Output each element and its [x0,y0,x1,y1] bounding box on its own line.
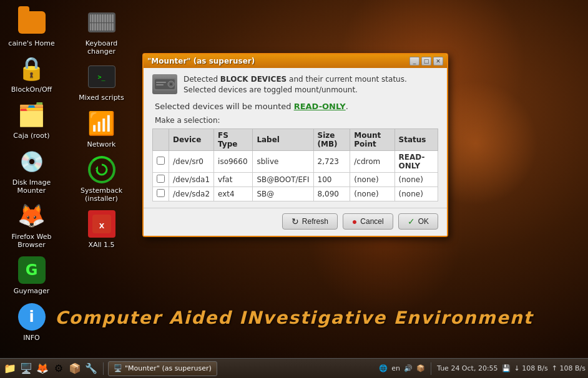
svg-rect-8 [156,84,164,85]
device-checkbox-sr0[interactable] [157,157,165,165]
icon-guymager[interactable]: G Guymager [5,253,58,298]
dialog-maximize-button[interactable]: □ [421,57,431,65]
taskbar-net-down: ↓ 108 B/s [514,364,548,372]
col-header-device: Device [169,128,214,150]
row-check-cell [153,172,169,187]
icon-label-network: Network [87,140,116,148]
refresh-label: Refresh [302,217,328,226]
keyboard-icon [88,12,115,32]
fstype-cell: vfat [214,172,253,187]
table-row: /dev/sda1 vfat SB@BOOT/EFI 100 (none) (n… [153,172,438,187]
icon-keyboard-changer[interactable]: Keyboard changer [75,5,128,58]
icon-label-mixed-scripts: Mixed scripts [79,94,124,102]
ok-button[interactable]: ✓ OK [398,213,438,230]
caine-title: Computer Aided INvestigative Environment [0,308,588,328]
status-cell: READ-ONLY [394,150,438,172]
svg-text:X: X [99,222,104,230]
taskbar-icon-2[interactable]: 🖥️ [19,361,34,376]
row-check-cell [153,187,169,201]
taskbar-icon-5[interactable]: 📦 [67,361,82,376]
taskbar-window-label: "Mounter" (as superuser) [125,364,212,372]
readonly-prefix: Selected devices will be mounted [155,102,294,111]
label-cell: SB@ [253,187,313,201]
firefox-icon: 🦊 [17,203,46,229]
dialog-minimize-button[interactable]: _ [409,57,419,65]
taskbar-volume-icon: 🔊 [404,364,413,372]
size-cell: 8,090 [313,187,350,201]
taskbar-window-icon: 🖥️ [114,364,122,372]
table-row: /dev/sr0 iso9660 sblive 2,723 /cdrom REA… [153,150,438,172]
icon-label-disk-image: Disk ImageMounter [12,178,51,195]
taskbar-network-icon: 🌐 [379,364,388,372]
device-cell: /dev/sda1 [169,172,214,187]
taskbar-app-icons: 📁 🖥️ 🦊 ⚙️ 📦 🔧 [2,361,99,376]
caja-icon: 🗂️ [17,102,46,128]
dialog-title: "Mounter" (as superuser) [147,57,255,65]
taskbar-icon-1[interactable]: 📁 [2,361,17,376]
dialog-header: Detected BLOCK DEVICES and their current… [152,74,438,95]
cancel-button[interactable]: ● Cancel [343,213,393,230]
device-checkbox-sda2[interactable] [157,189,165,197]
desktop: caine's Home 🔒 BlockOn/Off 🗂️ Caja (root… [0,0,588,378]
readonly-suffix: . [346,102,348,111]
svg-rect-7 [156,82,166,83]
lock-icon: 🔒 [17,56,46,82]
taskbar-icon-3[interactable]: 🦊 [35,361,50,376]
col-header-fstype: FS Type [214,128,253,150]
icon-caines-home[interactable]: caine's Home [5,5,58,50]
taskbar-separator-1 [103,362,104,375]
readonly-notice: Selected devices will be mounted READ-ON… [152,102,438,111]
icon-blockonoff[interactable]: 🔒 BlockOn/Off [5,51,58,96]
icon-label-caines-home: caine's Home [8,39,54,47]
status-cell: (none) [394,187,438,201]
device-cell: /dev/sr0 [169,150,214,172]
terminal-icon: >_ [88,65,115,88]
hdd-icon [152,74,177,94]
refresh-button[interactable]: ↻ Refresh [282,213,338,230]
cancel-label: Cancel [360,217,383,226]
table-row: /dev/sda2 ext4 SB@ 8,090 (none) (none) [153,187,438,201]
icon-label-blockonoff: BlockOn/Off [11,85,52,94]
fstype-cell: ext4 [214,187,253,201]
taskbar-icon-4[interactable]: ⚙️ [51,361,66,376]
device-checkbox-sda1[interactable] [157,175,165,183]
taskbar-lang: en [391,364,400,372]
mount-cell: /cdrom [350,150,394,172]
mount-cell: (none) [350,172,394,187]
taskbar-window-button[interactable]: 🖥️ "Mounter" (as superuser) [108,361,217,376]
mount-cell: (none) [350,187,394,201]
icon-label-systemback: Systemback(installer) [81,187,122,203]
dialog-content: Detected BLOCK DEVICES and their current… [144,68,447,208]
disk-icon: 💿 [19,150,44,173]
device-cell: /dev/sda2 [169,187,214,201]
col-header-check [153,128,169,150]
device-table: Device FS Type Label Size (MB) Mount Poi… [152,128,438,201]
icon-network[interactable]: 📶 Network [75,106,128,151]
svg-point-6 [170,83,172,85]
ok-label: OK [418,217,429,226]
dialog-titlebar: "Mounter" (as superuser) _ □ ✕ [144,54,447,68]
cancel-icon: ● [352,216,357,226]
taskbar-icon-6[interactable]: 🔧 [84,361,99,376]
taskbar-datetime: Tue 24 Oct, 20:55 [437,364,498,372]
icon-firefox[interactable]: 🦊 Firefox WebBrowser [5,198,58,251]
readonly-link: READ-ONLY [294,102,346,111]
icon-systemback[interactable]: Systemback(installer) [75,152,128,205]
icon-mixed-scripts[interactable]: >_ Mixed scripts [75,59,128,104]
desc-line2: Selected devices are toggled mount/unmou… [184,85,407,95]
status-cell: (none) [394,172,438,187]
ok-icon: ✓ [408,216,415,226]
icon-xall[interactable]: X XAll 1.5 [75,206,128,251]
icon-caja-root[interactable]: 🗂️ Caja (root) [5,97,58,142]
label-cell: sblive [253,150,313,172]
col-header-mount: Mount Point [350,128,394,150]
desc-suffix: and their current mount status. [287,75,407,84]
icon-label-caja: Caja (root) [13,132,49,140]
systemback-icon [88,156,115,183]
dialog-footer: ↻ Refresh ● Cancel ✓ OK [144,208,447,236]
taskbar-separator-2 [431,362,431,375]
label-cell: SB@BOOT/EFI [253,172,313,187]
col-header-status: Status [394,128,438,150]
dialog-close-button[interactable]: ✕ [433,57,443,65]
icon-disk-image-mounter[interactable]: 💿 Disk ImageMounter [5,144,58,197]
